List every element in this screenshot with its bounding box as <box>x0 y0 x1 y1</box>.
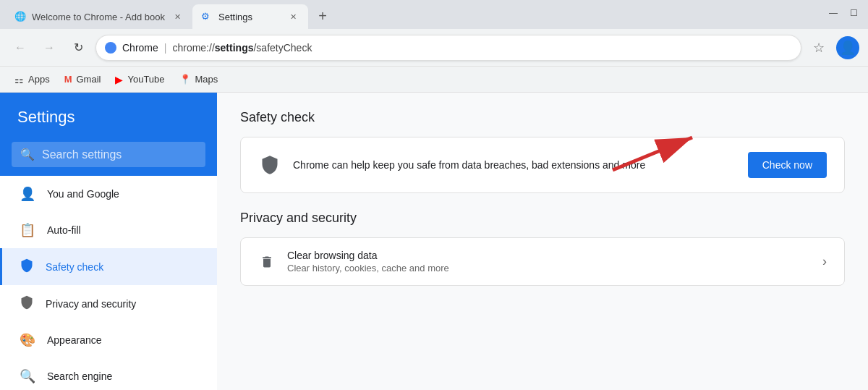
autofill-icon: 📋 <box>20 222 35 238</box>
profile-icon: 👤 <box>840 40 856 56</box>
appearance-label: Appearance <box>47 334 102 346</box>
tab-settings-favicon: ⚙ <box>201 11 213 22</box>
maximize-button[interactable]: ☐ <box>848 7 859 19</box>
privacy-security-section-title: Privacy and security <box>240 211 845 226</box>
forward-button[interactable]: → <box>38 36 61 59</box>
youtube-icon: ▶ <box>115 74 123 85</box>
settings-header: Settings <box>0 93 217 142</box>
window-controls: — ☐ <box>827 7 859 19</box>
sidebar-item-appearance[interactable]: 🎨 Appearance <box>0 322 217 358</box>
address-favicon <box>105 42 116 54</box>
safety-check-card-inner: Chrome can help keep you safe from data … <box>241 137 844 192</box>
sidebar-item-privacy-security[interactable]: Privacy and security <box>0 285 217 322</box>
safety-shield-icon <box>258 153 281 177</box>
apps-icon: ⚏ <box>14 74 24 85</box>
settings-title: Settings <box>17 108 75 127</box>
tab-welcome[interactable]: 🌐 Welcome to Chrome - Add book ✕ <box>6 4 192 29</box>
new-tab-button[interactable]: + <box>311 4 334 27</box>
clear-browsing-row[interactable]: Clear browsing data Clear history, cooki… <box>241 238 844 285</box>
red-arrow <box>605 130 707 174</box>
tab-welcome-favicon: 🌐 <box>14 11 26 22</box>
svg-line-1 <box>613 137 692 170</box>
address-path-suffix: /safetyCheck <box>253 42 312 54</box>
tab-welcome-close[interactable]: ✕ <box>171 10 184 23</box>
privacy-security-card: Clear browsing data Clear history, cooki… <box>240 237 845 286</box>
sidebar: Settings 🔍 👤 You and Google 📋 Auto-fill <box>0 93 217 390</box>
clear-browsing-subtitle: Clear history, cookies, cache and more <box>287 263 811 274</box>
nav-bar: ← → ↻ Chrome | chrome://settings/safetyC… <box>0 29 868 67</box>
address-origin: Chrome <box>122 42 158 54</box>
person-icon: 👤 <box>20 186 35 202</box>
tab-settings-title: Settings <box>218 12 281 22</box>
search-bar-container[interactable]: 🔍 <box>12 142 205 167</box>
back-button[interactable]: ← <box>9 36 32 59</box>
sidebar-item-autofill[interactable]: 📋 Auto-fill <box>0 212 217 248</box>
search-engine-label: Search engine <box>47 370 112 382</box>
clear-browsing-title: Clear browsing data <box>287 250 811 261</box>
you-and-google-label: You and Google <box>47 188 119 200</box>
safety-check-section-title: Safety check <box>240 110 845 125</box>
safety-check-label: Safety check <box>46 261 103 273</box>
sidebar-item-search-engine[interactable]: 🔍 Search engine <box>0 358 217 390</box>
check-now-button[interactable]: Check now <box>748 152 827 178</box>
appearance-icon: 🎨 <box>20 332 35 348</box>
bookmark-gmail-label: Gmail <box>76 74 101 85</box>
search-icon: 🔍 <box>20 148 35 161</box>
minimize-button[interactable]: — <box>827 7 839 19</box>
profile-button[interactable]: 👤 <box>836 36 859 59</box>
bookmark-apps[interactable]: ⚏ Apps <box>9 71 56 88</box>
clear-browsing-text: Clear browsing data Clear history, cooki… <box>287 250 811 274</box>
shield-active-icon <box>20 258 34 275</box>
settings-container: Settings 🔍 👤 You and Google 📋 Auto-fill <box>0 93 868 390</box>
address-path-bold: settings <box>215 42 254 54</box>
reload-button[interactable]: ↻ <box>67 36 90 59</box>
tab-settings[interactable]: ⚙ Settings ✕ <box>192 4 308 29</box>
bookmark-star-button[interactable]: ☆ <box>807 36 830 59</box>
title-bar: 🌐 Welcome to Chrome - Add book ✕ ⚙ Setti… <box>0 0 868 29</box>
chevron-right-icon: › <box>822 254 827 269</box>
search-input[interactable] <box>42 148 197 161</box>
sidebar-nav: 👤 You and Google 📋 Auto-fill Safety chec… <box>0 176 217 390</box>
tab-settings-close[interactable]: ✕ <box>286 10 299 23</box>
bookmark-gmail[interactable]: M Gmail <box>59 71 107 88</box>
main-content: Safety check Chrome can help keep you sa… <box>217 93 868 390</box>
address-path-prefix: chrome:// <box>172 42 214 54</box>
bookmark-youtube-label: YouTube <box>127 74 164 85</box>
search-engine-icon: 🔍 <box>20 368 35 384</box>
autofill-label: Auto-fill <box>47 224 81 236</box>
address-separator: | <box>164 42 167 54</box>
bookmark-youtube[interactable]: ▶ YouTube <box>109 71 170 88</box>
privacy-security-label: Privacy and security <box>46 298 136 310</box>
maps-icon: 📍 <box>179 74 191 85</box>
tab-welcome-title: Welcome to Chrome - Add book <box>32 12 165 22</box>
address-bar[interactable]: Chrome | chrome://settings/safetyCheck <box>95 35 801 61</box>
bookmark-maps[interactable]: 📍 Maps <box>174 71 224 88</box>
bookmark-apps-label: Apps <box>28 74 50 85</box>
trash-icon <box>258 253 276 271</box>
address-path: chrome://settings/safetyCheck <box>172 42 312 54</box>
sidebar-item-you-and-google[interactable]: 👤 You and Google <box>0 176 217 212</box>
shield-icon <box>20 295 34 312</box>
bookmarks-bar: ⚏ Apps M Gmail ▶ YouTube 📍 Maps <box>0 67 868 93</box>
sidebar-item-safety-check[interactable]: Safety check <box>0 248 217 285</box>
search-area: 🔍 <box>0 142 217 176</box>
safety-check-card: Chrome can help keep you safe from data … <box>240 137 845 193</box>
gmail-icon: M <box>64 74 72 85</box>
bookmark-maps-label: Maps <box>195 74 218 85</box>
